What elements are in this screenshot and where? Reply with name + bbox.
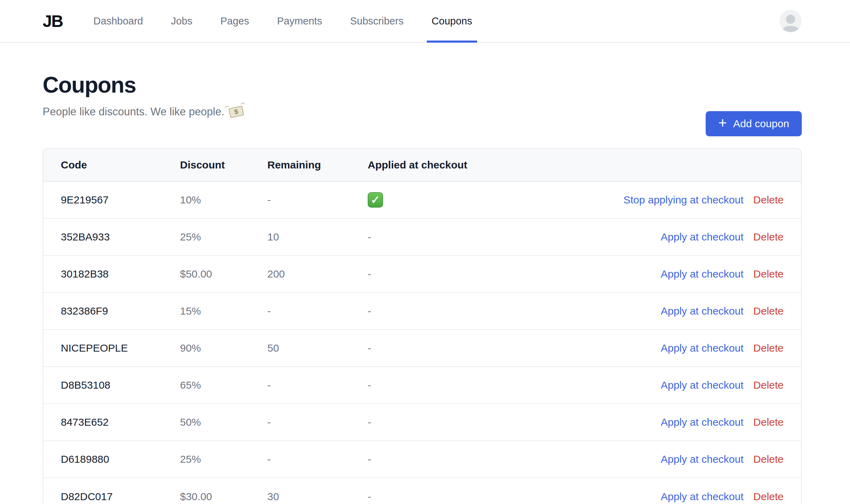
applied-dash: - xyxy=(368,305,371,317)
nav-item-label: Jobs xyxy=(171,15,192,27)
row-actions: Apply at checkout Delete xyxy=(661,453,784,465)
column-header-applied: Applied at checkout xyxy=(368,159,784,171)
plus-icon: + xyxy=(718,116,727,130)
page-title: Coupons xyxy=(43,72,802,98)
applied-cell: ✓ - xyxy=(368,268,661,280)
row-actions: Apply at checkout Delete xyxy=(661,491,784,503)
table-row: 9E219567 10% - ✓ Stop applying at checko… xyxy=(43,182,801,219)
apply-at-checkout-link[interactable]: Apply at checkout xyxy=(661,342,743,354)
remaining-cell: - xyxy=(267,453,368,465)
apply-at-checkout-link[interactable]: Apply at checkout xyxy=(661,416,743,428)
table-row: NICEPEOPLE 90% 50 ✓ - Apply at checkout … xyxy=(43,330,801,367)
avatar-person-icon xyxy=(781,26,800,32)
apply-at-checkout-link[interactable]: Apply at checkout xyxy=(661,268,743,280)
column-header-remaining: Remaining xyxy=(267,159,368,171)
apply-at-checkout-link[interactable]: Apply at checkout xyxy=(661,491,743,503)
apply-at-checkout-link[interactable]: Stop applying at checkout xyxy=(624,194,744,206)
row-actions: Apply at checkout Delete xyxy=(661,231,784,243)
discount-cell: 10% xyxy=(180,194,267,206)
remaining-cell: 30 xyxy=(267,491,368,503)
delete-link[interactable]: Delete xyxy=(753,453,784,465)
nav-item-label: Pages xyxy=(221,15,249,27)
row-actions: Stop applying at checkout Delete xyxy=(624,194,784,206)
nav-item-label: Dashboard xyxy=(93,15,143,27)
applied-cell: ✓ - xyxy=(368,231,661,243)
table-row: 352BA933 25% 10 ✓ - Apply at checkout De… xyxy=(43,219,801,256)
coupon-code-cell: D8B53108 xyxy=(61,379,180,391)
nav-item-jobs[interactable]: Jobs xyxy=(166,0,197,42)
applied-check-icon: ✓ xyxy=(368,192,383,208)
table-row: 8473E652 50% - ✓ - Apply at checkout Del… xyxy=(43,404,801,441)
row-actions: Apply at checkout Delete xyxy=(661,379,784,391)
applied-dash: - xyxy=(368,379,371,391)
remaining-cell: 200 xyxy=(267,268,368,280)
applied-cell: ✓ xyxy=(368,192,624,208)
delete-link[interactable]: Delete xyxy=(753,491,784,503)
page-header: Coupons People like discounts. We like p… xyxy=(43,72,802,118)
row-actions: Apply at checkout Delete xyxy=(661,342,784,354)
user-avatar[interactable] xyxy=(779,10,802,32)
coupon-code-cell: 832386F9 xyxy=(61,305,180,317)
top-navigation-bar: JB Dashboard Jobs Pages Payments Subscri… xyxy=(0,0,850,43)
nav-item-payments[interactable]: Payments xyxy=(272,0,327,42)
discount-cell: $50.00 xyxy=(180,268,267,280)
table-row: D82DC017 $30.00 30 ✓ - Apply at checkout… xyxy=(43,478,801,504)
delete-link[interactable]: Delete xyxy=(753,305,784,317)
column-header-discount: Discount xyxy=(180,159,267,171)
apply-at-checkout-link[interactable]: Apply at checkout xyxy=(661,231,743,243)
delete-link[interactable]: Delete xyxy=(753,416,784,428)
table-row: 832386F9 15% - ✓ - Apply at checkout Del… xyxy=(43,293,801,330)
avatar-person-icon xyxy=(786,15,795,24)
page-subtitle: People like discounts. We like people. $ xyxy=(43,106,802,118)
delete-link[interactable]: Delete xyxy=(753,379,784,391)
delete-link[interactable]: Delete xyxy=(753,231,784,243)
nav-item-subscribers[interactable]: Subscribers xyxy=(345,0,409,42)
coupon-code-cell: D82DC017 xyxy=(61,491,180,503)
page-subtitle-text: People like discounts. We like people. xyxy=(43,106,224,118)
apply-at-checkout-link[interactable]: Apply at checkout xyxy=(661,453,743,465)
main-content: Coupons People like discounts. We like p… xyxy=(0,72,850,504)
discount-cell: 15% xyxy=(180,305,267,317)
nav-item-dashboard[interactable]: Dashboard xyxy=(88,0,148,42)
remaining-cell: - xyxy=(267,416,368,428)
discount-cell: 65% xyxy=(180,379,267,391)
nav-item-pages[interactable]: Pages xyxy=(216,0,254,42)
applied-dash: - xyxy=(368,268,371,280)
delete-link[interactable]: Delete xyxy=(753,268,784,280)
applied-cell: ✓ - xyxy=(368,342,661,354)
delete-link[interactable]: Delete xyxy=(753,194,784,206)
coupon-code-cell: 30182B38 xyxy=(61,268,180,280)
applied-cell: ✓ - xyxy=(368,305,661,317)
apply-at-checkout-link[interactable]: Apply at checkout xyxy=(661,379,743,391)
add-coupon-button-label: Add coupon xyxy=(733,118,789,130)
apply-at-checkout-link[interactable]: Apply at checkout xyxy=(661,305,743,317)
remaining-cell: 10 xyxy=(267,231,368,243)
applied-dash: - xyxy=(368,491,371,502)
money-with-wings-icon: $ xyxy=(228,106,244,118)
delete-link[interactable]: Delete xyxy=(753,342,784,354)
discount-cell: 90% xyxy=(180,342,267,354)
remaining-cell: - xyxy=(267,305,368,317)
remaining-cell: - xyxy=(267,379,368,391)
discount-cell: 25% xyxy=(180,453,267,465)
applied-cell: ✓ - xyxy=(368,416,661,428)
applied-dash: - xyxy=(368,453,371,465)
nav-item-label: Coupons xyxy=(432,15,472,27)
nav-item-label: Subscribers xyxy=(350,15,404,27)
row-actions: Apply at checkout Delete xyxy=(661,416,784,428)
coupon-code-cell: 352BA933 xyxy=(61,231,180,243)
applied-cell: ✓ - xyxy=(368,453,661,465)
applied-dash: - xyxy=(368,416,371,428)
table-header-row: Code Discount Remaining Applied at check… xyxy=(43,149,801,182)
add-coupon-button[interactable]: + Add coupon xyxy=(706,111,802,136)
remaining-cell: - xyxy=(267,194,368,206)
applied-dash: - xyxy=(368,231,371,243)
discount-cell: 25% xyxy=(180,231,267,243)
main-nav: Dashboard Jobs Pages Payments Subscriber… xyxy=(79,0,486,42)
row-actions: Apply at checkout Delete xyxy=(661,305,784,317)
nav-item-coupons[interactable]: Coupons xyxy=(427,0,477,42)
coupons-table-card: Code Discount Remaining Applied at check… xyxy=(43,148,802,504)
column-header-code: Code xyxy=(61,159,180,171)
coupon-code-cell: 9E219567 xyxy=(61,194,180,206)
table-row: D6189880 25% - ✓ - Apply at checkout Del… xyxy=(43,441,801,478)
